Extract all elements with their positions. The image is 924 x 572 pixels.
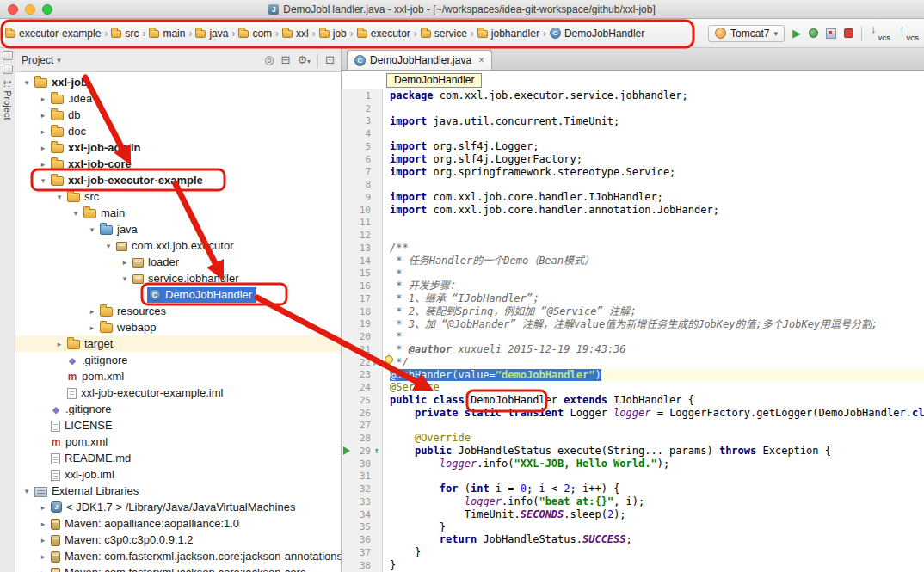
code-line[interactable]: }	[390, 546, 924, 559]
code-line[interactable]: *	[390, 268, 924, 280]
code-line[interactable]: private static transient Logger logger =…	[390, 407, 924, 420]
tree-chevron-icon[interactable]: ▸	[37, 95, 49, 103]
tree-item[interactable]: ▾com.xxl.job.executor	[15, 237, 341, 254]
tree-item[interactable]: xxl-job.iml	[15, 466, 341, 483]
tree-chevron-icon[interactable]: ▾	[70, 209, 82, 218]
breadcrumb-item[interactable]: xxl	[280, 26, 311, 41]
code-line[interactable]: @JobHander(value="demoJobHandler")	[390, 369, 924, 382]
code-line[interactable]: * @author xuxueli 2015-12-19 19:43:36	[390, 343, 924, 356]
code-line[interactable]: * 开发步骤：	[390, 280, 924, 292]
code-line[interactable]: * 任务Handler的一个Demo（Bean模式）	[390, 255, 924, 268]
breadcrumb-item[interactable]: job	[317, 26, 348, 41]
tree-chevron-icon[interactable]: ▸	[37, 144, 49, 152]
coverage-button[interactable]	[826, 28, 836, 39]
tree-item[interactable]: ▸target	[15, 335, 341, 352]
tree-item[interactable]: ▾xxl-job-executor-example	[15, 172, 341, 188]
tree-item[interactable]: ▸doc	[15, 123, 341, 139]
vcs-update-button[interactable]: ↓ VCS	[870, 25, 890, 42]
tree-chevron-icon[interactable]: ▾	[86, 225, 98, 234]
code-line[interactable]: TimeUnit.SECONDS.sleep(2);	[390, 508, 924, 521]
code-line[interactable]: import org.slf4j.Logger;	[390, 140, 924, 153]
tree-item[interactable]: ▸Maven: c3p0:c3p0:0.9.1.2	[15, 532, 341, 548]
tree-chevron-icon[interactable]: ▸	[37, 569, 49, 572]
tree-item[interactable]: LICENSE	[15, 417, 341, 434]
code-line[interactable]: return JobHandleStatus.SUCCESS;	[390, 533, 924, 546]
editor-breadcrumb[interactable]: DemoJobHandler	[386, 73, 482, 88]
tree-chevron-icon[interactable]: ▾	[102, 242, 114, 250]
tab-demojobhandler[interactable]: C DemoJobHandler.java ×	[347, 50, 492, 70]
tree-item[interactable]: ▾service.jobhandler	[15, 270, 341, 286]
tree-chevron-icon[interactable]: ▸	[53, 340, 65, 348]
tree-chevron-icon[interactable]: ▸	[37, 520, 49, 528]
tree-chevron-icon[interactable]: ▾	[21, 487, 33, 495]
tree-chevron-icon[interactable]: ▾	[119, 274, 131, 283]
run-gutter-icon[interactable]	[343, 446, 350, 455]
tree-item[interactable]: ▸Maven: com.fasterxml.jackson.core:jacks…	[15, 548, 341, 564]
toolwindow-icon[interactable]	[3, 51, 13, 60]
tree-chevron-icon[interactable]: ▸	[37, 503, 49, 512]
tree-chevron-icon[interactable]: ▸	[37, 536, 49, 544]
debug-button[interactable]	[809, 28, 818, 38]
code-line[interactable]: */	[390, 356, 924, 369]
code-line[interactable]	[390, 178, 924, 191]
breadcrumb-item[interactable]: executor-example	[3, 26, 102, 41]
project-panel-title[interactable]: Project	[22, 54, 53, 66]
tree-item[interactable]: mpom.xml	[15, 434, 341, 450]
breadcrumb-item[interactable]: java	[194, 26, 230, 41]
code-line[interactable]: }	[390, 521, 924, 534]
code-line[interactable]: package com.xxl.job.executor.service.job…	[390, 89, 924, 102]
tree-item[interactable]: ▸webapp	[15, 319, 341, 335]
code-line[interactable]	[390, 471, 924, 483]
tree-item[interactable]: ▸loader	[15, 254, 341, 270]
tree-chevron-icon[interactable]: ▸	[37, 111, 49, 120]
tree-chevron-icon[interactable]: ▸	[86, 307, 98, 316]
code-line[interactable]: import com.xxl.job.core.handler.annotati…	[390, 204, 924, 217]
code-line[interactable]: * 1、继承 “IJobHandler”；	[390, 292, 924, 305]
project-toolwindow-button[interactable]: 1: Project	[3, 80, 13, 120]
tree-chevron-icon[interactable]: ▾	[21, 78, 33, 87]
hide-panel-icon[interactable]: ⊡	[325, 53, 335, 66]
code-line[interactable]: @Service	[390, 381, 924, 394]
tree-item[interactable]: ▸db	[15, 107, 341, 123]
collapse-all-icon[interactable]: ⊟	[281, 53, 291, 66]
code-line[interactable]	[390, 420, 924, 433]
code-line[interactable]: @Override	[390, 432, 924, 445]
tree-item[interactable]: README.md	[15, 450, 341, 466]
code-line[interactable]: }	[390, 559, 924, 572]
breadcrumb-item[interactable]: CDemoJobHandler	[548, 26, 646, 41]
intention-bulb-icon[interactable]	[385, 355, 393, 364]
stop-button[interactable]	[844, 28, 853, 38]
code-line[interactable]: *	[390, 330, 924, 343]
breadcrumb-item[interactable]: com	[237, 26, 274, 41]
code-editor[interactable]: package com.xxl.job.executor.service.job…	[383, 89, 924, 572]
code-line[interactable]: public JobHandleStatus execute(String...…	[390, 445, 924, 458]
tree-item[interactable]: ▾src	[15, 188, 341, 205]
tree-item[interactable]: ▸xxl-job-admin	[15, 139, 341, 156]
breadcrumb-item[interactable]: main	[147, 26, 187, 41]
close-tab-icon[interactable]: ×	[478, 54, 484, 66]
breadcrumb-item[interactable]: executor	[355, 26, 412, 41]
code-line[interactable]: public class DemoJobHandler extends IJob…	[390, 394, 924, 407]
tree-item[interactable]: xxl-job-executor-example.iml	[15, 384, 341, 401]
override-gutter-icon[interactable]: ↑	[373, 446, 379, 455]
run-button[interactable]: ▶	[792, 28, 801, 39]
tree-item[interactable]: ▸Maven: aopalliance:aopalliance:1.0	[15, 515, 341, 532]
code-line[interactable]	[390, 229, 924, 242]
minimize-window-button[interactable]	[25, 4, 35, 15]
locate-icon[interactable]: ◎	[264, 53, 274, 66]
tree-chevron-icon[interactable]: ▸	[37, 127, 49, 136]
code-line[interactable]: logger.info("beat at:{}", i);	[390, 495, 924, 508]
run-config-selector[interactable]: Tomcat7 ▾	[708, 25, 785, 42]
tree-chevron-icon[interactable]: ▸	[86, 323, 98, 332]
tree-item[interactable]: mpom.xml	[15, 368, 341, 384]
code-line[interactable]	[390, 127, 924, 140]
tree-item[interactable]: ▾External Libraries	[15, 483, 341, 499]
code-line[interactable]: import java.util.concurrent.TimeUnit;	[390, 115, 924, 128]
tree-item[interactable]: CDemoJobHandler	[15, 286, 341, 303]
tree-item[interactable]: ▸Maven: com.fasterxml.jackson.core:jacks…	[15, 564, 341, 572]
tree-item[interactable]: ▸.idea	[15, 90, 341, 107]
chevron-down-icon[interactable]: ▾	[57, 56, 61, 65]
tree-item[interactable]: ▸xxl-job-core	[15, 156, 341, 172]
tree-item[interactable]: ◆.gitignore	[15, 401, 341, 417]
code-line[interactable]: import org.springframework.stereotype.Se…	[390, 166, 924, 179]
